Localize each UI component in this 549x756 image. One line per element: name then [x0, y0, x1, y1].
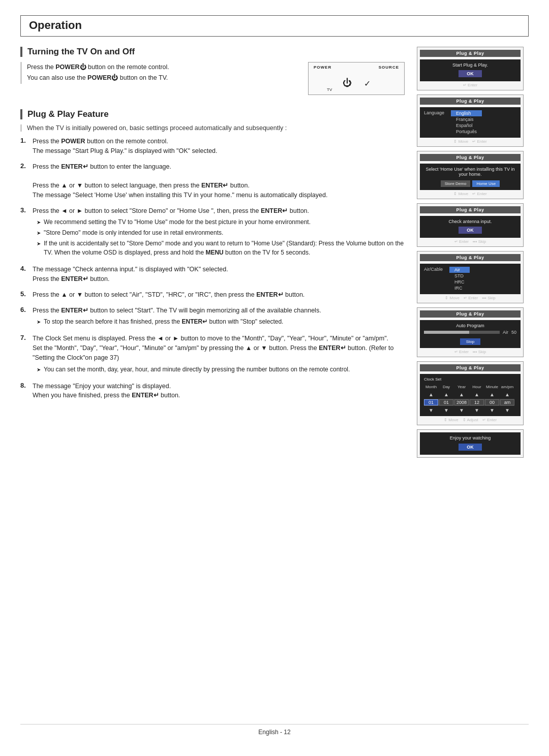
panel-5: Plug & Play Air/Cable Air STD HRC IRC ⇕ … — [417, 251, 524, 303]
step-4: 4. The message "Check antenna input." is… — [20, 265, 405, 284]
panel-5-title: Plug & Play — [420, 254, 521, 261]
aircable-label: Air/Cable — [424, 267, 445, 272]
step-8-content: The message "Enjoy your watching" is dis… — [33, 382, 180, 401]
step-7-bullets: You can set the month, day, year, hour, … — [33, 365, 405, 374]
step-7-bullet-1: You can set the month, day, year, hour, … — [37, 365, 405, 374]
step-3-bullets: We recommend setting the TV to "Home Use… — [33, 217, 405, 257]
step-1-number: 1. — [20, 137, 28, 144]
panel-6-enter-icon: ↵ Enter — [454, 350, 469, 354]
step-6: 6. Press the ENTER↵ button to select "St… — [20, 306, 405, 328]
step-2-number: 2. — [20, 162, 28, 170]
panel-8: Enjoy your watching OK — [417, 429, 524, 458]
step-6-number: 6. — [20, 306, 28, 313]
value-hour: 12 — [470, 399, 484, 405]
main-layout: Turning the TV On and Off POWER SOURCE ⏻… — [20, 47, 529, 714]
clock-cols: Month Day Year Hour Minute am/pm — [424, 385, 514, 389]
step-3-number: 3. — [20, 206, 28, 214]
panel-7: Plug & Play Clock Set Month Day Year Hou… — [417, 361, 524, 425]
plug-play-section: Plug & Play Feature When the TV is initi… — [20, 109, 405, 400]
step-5-number: 5. — [20, 290, 28, 298]
col-day: Day — [439, 385, 453, 389]
footer-text: English - 12 — [258, 729, 290, 736]
step-6-bullet-1: To stop the search before it has finishe… — [37, 317, 321, 326]
step-7: 7. The Clock Set menu is displayed. Pres… — [20, 334, 405, 375]
panel-2: Plug & Play Language English Français Es… — [417, 94, 524, 147]
section-operation-header: Operation — [20, 15, 529, 37]
option-std: STD — [449, 273, 470, 279]
check-icon: ✓ — [364, 79, 371, 88]
step-3-content: Press the ◄ or ► button to select "Store… — [33, 206, 405, 259]
step-1: 1. Press the POWER button on the remote … — [20, 137, 405, 156]
panel-3-footer: ⇕ Move ↵ Enter — [420, 192, 521, 196]
step-3-bullet-2: "Store Demo" mode is only intended for u… — [37, 228, 405, 237]
panel-8-text: Enjoy your watching — [450, 435, 491, 440]
panel-4-title: Plug & Play — [420, 206, 521, 213]
home-use-row: Store Demo Home Use — [441, 180, 500, 187]
page-container: Operation Turning the TV On and Off POWE… — [0, 0, 549, 756]
panel-5-footer: ⇕ Move ↵ Enter ▪▪▪ Skip — [420, 296, 521, 300]
panel-3-enter-icon: ↵ Enter — [472, 192, 486, 196]
aircable-row: Air/Cable Air STD HRC IRC — [424, 267, 516, 291]
arrow-up-ampm: ▲ — [500, 392, 514, 397]
arrow-down-ampm: ▼ — [500, 407, 514, 413]
panel-6-label: Auto Program — [456, 323, 484, 328]
channel-label: Air — [503, 330, 508, 335]
col-ampm: am/pm — [500, 385, 514, 389]
panel-3-body: Select 'Home Use' when installing this T… — [420, 164, 521, 190]
power-diagram: POWER SOURCE ⏻ ✓ TV — [308, 62, 405, 95]
step-3-bullet-1: We recommend setting the TV to "Home Use… — [37, 217, 405, 227]
language-label: Language — [424, 110, 447, 115]
panel-5-body: Air/Cable Air STD HRC IRC — [420, 264, 521, 294]
panel-1-text: Start Plug & Play. — [452, 62, 488, 68]
panel-4-skip-icon: ▪▪▪ Skip — [473, 239, 486, 244]
panel-7-title: Plug & Play — [420, 364, 521, 371]
right-screenshots: Plug & Play Start Plug & Play. OK ↵ Ente… — [417, 47, 529, 714]
panel-5-enter-icon: ↵ Enter — [464, 296, 478, 300]
step-3: 3. Press the ◄ or ► button to select "St… — [20, 206, 405, 259]
store-demo-button: Store Demo — [441, 180, 471, 187]
panel-1-enter-icon: ↵ Enter — [463, 83, 477, 87]
step-2: 2. Press the ENTER↵ button to enter the … — [20, 162, 405, 200]
panel-8-body: Enjoy your watching OK — [420, 432, 521, 455]
arrow-down-month: ▼ — [424, 407, 438, 413]
step-3-bullet-3: If the unit is accidentally set to "Stor… — [37, 239, 405, 257]
panel-3-move-icon: ⇕ Move — [453, 192, 468, 196]
panel-2-move-icon: ⇕ Move — [453, 139, 468, 144]
value-month: 01 — [424, 399, 438, 405]
option-air: Air — [449, 267, 470, 273]
lang-portugues: Português — [451, 129, 482, 135]
arrow-up-month: ▲ — [424, 392, 438, 397]
power-label: POWER — [314, 65, 331, 70]
panel-6-skip-icon: ▪▪▪ Skip — [473, 350, 486, 354]
steps-list: 1. Press the POWER button on the remote … — [20, 137, 405, 400]
arrow-up-hour: ▲ — [470, 392, 484, 397]
arrow-up-year: ▲ — [454, 392, 469, 397]
panel-7-footer: ⇕ Move ⇕ Adjust ↵ Enter — [420, 418, 521, 422]
panel-4-text: Check antenna input. — [448, 219, 492, 224]
panel-2-enter-icon: ↵ Enter — [472, 139, 486, 144]
turning-tv-section: Turning the TV On and Off POWER SOURCE ⏻… — [20, 47, 405, 99]
panel-7-enter-icon: ↵ Enter — [482, 418, 497, 422]
lang-english: English — [451, 110, 482, 116]
arrow-down-minute: ▼ — [485, 407, 499, 413]
panel-1: Plug & Play Start Plug & Play. OK ↵ Ente… — [417, 47, 524, 90]
col-hour: Hour — [470, 385, 484, 389]
plug-play-heading: Plug & Play Feature — [20, 109, 405, 119]
panel-1-footer: ↵ Enter — [420, 83, 521, 87]
step-4-content: The message "Check antenna input." is di… — [33, 265, 228, 284]
arrow-down-day: ▼ — [439, 407, 453, 413]
power-button-icon: ⏻ — [343, 78, 352, 88]
operation-title: Operation — [29, 19, 520, 32]
arrow-down-year: ▼ — [454, 407, 469, 413]
value-year: 2008 — [454, 399, 469, 405]
panel-6-body: Auto Program Air 50 Stop — [420, 320, 521, 348]
panel-3-title: Plug & Play — [420, 154, 521, 161]
col-year: Year — [454, 385, 469, 389]
value-ampm: am — [500, 399, 514, 405]
language-options: English Français Español Português — [451, 110, 482, 135]
panel-5-skip-icon: ▪▪▪ Skip — [482, 296, 495, 300]
panel-4-body: Check antenna input. OK — [420, 216, 521, 238]
panel-8-ok-button: OK — [459, 444, 482, 451]
lang-espanol: Español — [451, 122, 482, 129]
progress-bar-fill — [424, 331, 469, 334]
